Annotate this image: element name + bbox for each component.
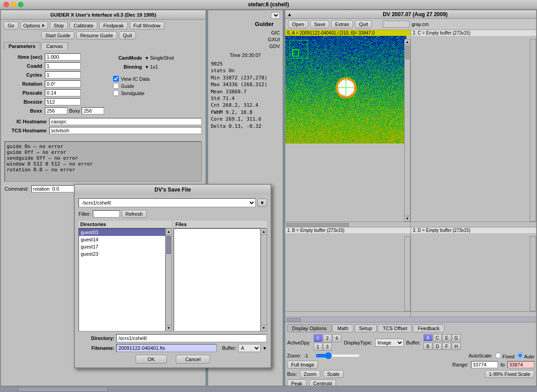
dir-item-guest17[interactable]: guest17 <box>79 243 165 250</box>
cancel-button[interactable]: Cancel <box>176 355 210 364</box>
h-scroll-b[interactable] <box>285 311 410 317</box>
dv-quit-btn[interactable]: Quit <box>355 20 372 28</box>
scale-btn[interactable]: Scale <box>323 370 344 378</box>
options-dropdown[interactable]: Options <box>20 22 48 30</box>
display-type-select[interactable]: Image Contour Surface <box>375 339 404 347</box>
menu-gxui[interactable]: GXUI <box>268 37 280 42</box>
range-from-input[interactable] <box>471 361 498 368</box>
autoscale-fixed-radio[interactable] <box>495 353 501 358</box>
dir-item-guest23[interactable]: guest23 <box>79 250 165 257</box>
boxy-input[interactable] <box>82 107 104 114</box>
tab-parameters[interactable]: Parameters <box>4 42 40 50</box>
menu-gdv[interactable]: GDV <box>269 44 280 49</box>
findpeak-button[interactable]: Findpeak <box>99 22 127 30</box>
buf-btn-a[interactable]: A <box>423 334 432 341</box>
buffer-dropdown-icon[interactable]: ▼ <box>262 346 267 351</box>
control-tab-math[interactable]: Math <box>332 324 353 332</box>
dpy-btn-4[interactable]: 4 <box>332 334 341 342</box>
quit-button[interactable]: Quit <box>119 31 136 39</box>
view-ic-data-checkbox[interactable] <box>113 76 119 82</box>
maximize-button[interactable] <box>18 2 23 7</box>
ltime-input[interactable] <box>45 53 81 61</box>
dpy-btn-3[interactable]: 3 <box>323 343 332 351</box>
colormap-input[interactable] <box>383 21 410 28</box>
calibrate-button[interactable]: Calibrate <box>70 22 97 30</box>
control-tab-tcs[interactable]: TCS Offset <box>378 324 412 332</box>
buf-btn-b[interactable]: B <box>423 343 432 350</box>
control-tab-feedback[interactable]: Feedback <box>413 324 444 332</box>
h-scroll-d[interactable] <box>411 311 536 317</box>
dialog-fields: Directory: Filename: Buffer: A B C D ▼ <box>79 334 267 352</box>
dpy-btn-1[interactable]: 1 <box>314 343 323 351</box>
tcs-hostname-input[interactable] <box>49 127 202 134</box>
cycles-input[interactable] <box>45 71 81 78</box>
dpy-btn-0[interactable]: 0 <box>314 334 323 342</box>
dir-item-guest14[interactable]: guest14 <box>79 236 165 243</box>
close-button[interactable] <box>4 2 9 7</box>
full-image-btn[interactable]: Full Image <box>287 361 318 369</box>
full-window-button[interactable]: Full Window <box>130 22 165 30</box>
rotation-input[interactable] <box>45 80 81 87</box>
main-h-scroll[interactable] <box>285 317 536 322</box>
dv-scroll-icon: ▲ <box>287 12 296 17</box>
boxsize-input[interactable] <box>45 98 81 105</box>
boxx-input[interactable] <box>45 107 67 114</box>
tab-canvas[interactable]: Canvas <box>41 42 68 50</box>
zoom-btn[interactable]: Zoom <box>300 370 320 378</box>
fixed-scale-btn[interactable]: 1-99% Fixed Scale <box>485 370 534 378</box>
refresh-btn[interactable]: Refresh <box>122 210 147 218</box>
resume-guide-button[interactable]: Resume Guide <box>76 31 117 39</box>
buf-btn-h[interactable]: H <box>452 343 461 350</box>
buf-btn-e[interactable]: E <box>442 334 451 341</box>
path-dropdown-btn[interactable]: ▼ <box>258 199 267 207</box>
buf-btn-g[interactable]: G <box>452 334 461 341</box>
file-list-scrollbar[interactable]: ▲ ▼ <box>261 228 267 331</box>
autoscale-auto-radio[interactable] <box>517 353 523 358</box>
v-scroll-a[interactable]: ▲ ▼ <box>404 39 410 222</box>
autoscale-label: AutoScale: <box>469 353 493 358</box>
sendguide-checkbox[interactable] <box>113 90 119 96</box>
h-scroll-a[interactable] <box>285 222 410 227</box>
menu-gic[interactable]: GIC <box>271 30 280 35</box>
filename-input[interactable] <box>116 344 217 352</box>
control-tab-display[interactable]: Display Options <box>287 324 332 332</box>
range-to-input[interactable] <box>507 361 534 368</box>
pixscale-input[interactable] <box>45 89 81 96</box>
v-scroll-d[interactable] <box>530 236 536 311</box>
zoom-slider[interactable] <box>315 352 360 359</box>
buffer-select[interactable]: A B C D <box>238 344 261 352</box>
buf-btn-c[interactable]: C <box>433 334 442 341</box>
auto-radio-label: Auto <box>517 353 534 359</box>
ok-button[interactable]: OK <box>135 355 167 364</box>
h-scroll-c[interactable] <box>411 222 536 227</box>
dv-open-btn[interactable]: Open <box>288 20 308 28</box>
directory-input[interactable] <box>116 334 267 342</box>
file-scroll-down[interactable]: ▼ <box>261 325 266 331</box>
guide-checkbox[interactable] <box>113 83 119 89</box>
minimize-button[interactable] <box>11 2 16 7</box>
v-scroll-c[interactable] <box>530 39 536 222</box>
dv-save-btn[interactable]: Save <box>310 20 329 28</box>
dir-list[interactable]: guest03 guest14 guest17 guest23 <box>79 228 166 331</box>
control-tab-setup[interactable]: Setup <box>354 324 377 332</box>
path-select[interactable]: /scrs1/cshell/ <box>79 198 256 207</box>
filter-input[interactable] <box>93 210 120 218</box>
dir-item-guest03[interactable]: guest03 <box>79 229 165 236</box>
dpy-btn-2[interactable]: 2 <box>323 334 332 342</box>
v-scroll-b[interactable] <box>404 236 410 311</box>
ic-hostname-input[interactable] <box>49 118 202 125</box>
go-button[interactable]: Go <box>4 22 18 30</box>
buf-btn-d[interactable]: D <box>433 343 442 350</box>
coadd-input[interactable] <box>45 62 81 70</box>
dir-list-scrollbar[interactable]: ▲ ▼ <box>166 228 172 331</box>
bottom-scrollbar[interactable] <box>0 386 537 392</box>
dir-scroll-up[interactable]: ▲ <box>166 229 171 235</box>
buf-btn-f[interactable]: F <box>442 343 451 350</box>
filter-row: Filter: Refresh <box>79 210 267 218</box>
start-guide-button[interactable]: Start Guide <box>41 31 74 39</box>
dir-scroll-down[interactable]: ▼ <box>166 325 171 331</box>
file-scroll-up[interactable]: ▲ <box>261 229 266 235</box>
dv-extras-btn[interactable]: Extras <box>331 20 353 28</box>
file-list[interactable] <box>174 228 261 331</box>
stop-button[interactable]: Stop <box>50 22 68 30</box>
